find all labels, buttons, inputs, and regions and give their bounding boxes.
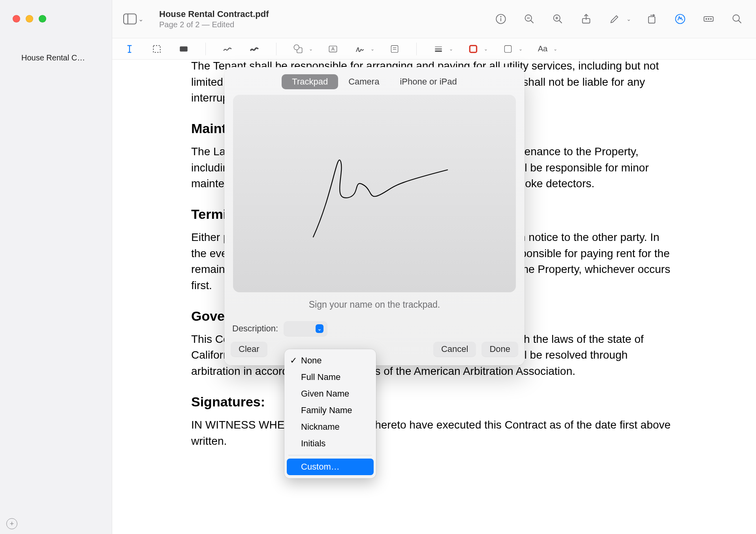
sidebar: House Rental C… + (0, 0, 112, 534)
chevron-down-icon[interactable]: ⌄ (553, 46, 557, 52)
signature-stroke-icon (290, 146, 459, 241)
dropdown-item-label: Initials (301, 438, 325, 448)
chevron-down-icon[interactable]: ⌄ (519, 46, 523, 52)
markup-icon[interactable] (672, 11, 688, 27)
chevron-down-icon[interactable]: ⌄ (484, 46, 488, 52)
chevron-down-icon[interactable]: ⌄ (449, 46, 453, 52)
svg-point-18 (711, 19, 711, 19)
tab-iphone-ipad[interactable]: iPhone or iPad (389, 74, 467, 89)
dropdown-item-given-name[interactable]: Given Name (284, 385, 376, 402)
svg-text:A: A (331, 46, 335, 52)
markup-toolbar: ⌄ A ⌄ ⌄ ⌄ ⌄ Aa ⌄ (112, 38, 756, 60)
dropdown-item-label: Given Name (301, 389, 349, 399)
dropdown-item-nickname[interactable]: Nickname (284, 419, 376, 435)
fill-color-icon[interactable] (501, 43, 515, 55)
add-page-button[interactable]: + (6, 518, 17, 529)
chevron-down-icon[interactable]: ⌄ (626, 16, 631, 22)
tab-camera[interactable]: Camera (338, 74, 389, 89)
dropdown-item-label: None (301, 355, 322, 365)
svg-line-20 (739, 21, 741, 23)
svg-line-9 (559, 21, 562, 23)
svg-rect-21 (153, 45, 160, 52)
share-icon[interactable] (578, 11, 594, 27)
chevron-down-icon[interactable]: ⌄ (309, 46, 313, 52)
close-window-button[interactable] (13, 15, 20, 23)
dropdown-item-family-name[interactable]: Family Name (284, 402, 376, 419)
zoom-in-icon[interactable] (550, 11, 566, 27)
sketch-icon[interactable] (221, 43, 234, 55)
highlight-icon[interactable] (607, 11, 622, 27)
checkmark-icon: ✓ (290, 355, 297, 366)
info-icon[interactable] (493, 11, 509, 27)
fullscreen-window-button[interactable] (39, 15, 46, 23)
rotate-icon[interactable] (644, 11, 660, 27)
dropdown-item-label: Family Name (301, 405, 352, 415)
search-icon[interactable] (729, 11, 745, 27)
line-style-icon[interactable] (432, 43, 445, 55)
text-box-icon[interactable]: A (326, 43, 340, 55)
dropdown-item-custom[interactable]: Custom… (287, 459, 374, 475)
svg-point-17 (708, 19, 709, 19)
description-dropdown-button[interactable]: None ⌄ (284, 321, 327, 336)
cancel-button[interactable]: Cancel (433, 342, 476, 357)
svg-rect-27 (391, 45, 398, 52)
svg-line-6 (531, 21, 534, 23)
svg-point-16 (706, 19, 707, 19)
signature-hint: Sign your name on the trackpad. (231, 299, 518, 310)
svg-point-19 (733, 15, 739, 21)
chevron-down-icon: ⌄ (138, 15, 143, 23)
form-field-icon[interactable] (701, 11, 717, 27)
dropdown-item-label: Full Name (301, 372, 340, 382)
minimize-window-button[interactable] (26, 15, 33, 23)
dropdown-item-full-name[interactable]: Full Name (284, 369, 376, 385)
svg-rect-33 (470, 45, 476, 52)
svg-point-24 (294, 45, 299, 50)
signature-popover: Trackpad Camera iPhone or iPad Sign your… (224, 67, 525, 365)
sidebar-toggle-button[interactable]: ⌄ (123, 13, 143, 24)
svg-rect-34 (504, 45, 511, 52)
signature-canvas[interactable] (233, 95, 516, 292)
svg-rect-22 (180, 46, 188, 51)
border-color-icon[interactable] (466, 43, 480, 55)
redact-icon[interactable] (177, 43, 190, 55)
tab-trackpad[interactable]: Trackpad (282, 74, 338, 89)
rectangular-selection-icon[interactable] (150, 43, 164, 55)
sidebar-thumbnail-item[interactable]: House Rental C… (7, 47, 105, 69)
draw-icon[interactable] (248, 43, 261, 55)
svg-rect-0 (124, 14, 136, 24)
clear-button[interactable]: Clear (231, 342, 267, 357)
dropdown-separator (288, 455, 372, 455)
document-title-block: House Rental Contract.pdf Page 2 of 2 — … (159, 9, 269, 29)
dropdown-item-label: Nickname (301, 422, 340, 432)
font-style-icon[interactable]: Aa (536, 43, 549, 55)
shapes-icon[interactable] (291, 43, 305, 55)
sidebar-item-label: House Rental C… (21, 53, 85, 62)
doc-paragraph: IN WITNESS WHEREOF, the parties hereto h… (191, 417, 677, 449)
dropdown-item-initials[interactable]: Initials (284, 435, 376, 452)
zoom-out-icon[interactable] (521, 11, 537, 27)
note-icon[interactable] (388, 43, 401, 55)
window-traffic-lights (0, 0, 112, 23)
document-title: House Rental Contract.pdf (159, 9, 269, 19)
text-selection-tool-icon[interactable] (123, 43, 137, 55)
svg-rect-13 (649, 17, 655, 23)
signature-source-tabs: Trackpad Camera iPhone or iPad (231, 74, 518, 89)
done-button[interactable]: Done (481, 342, 518, 357)
document-subtitle: Page 2 of 2 — Edited (159, 20, 269, 29)
chevron-down-icon[interactable]: ⌄ (370, 46, 374, 52)
titlebar: ⌄ House Rental Contract.pdf Page 2 of 2 … (112, 0, 756, 38)
sign-icon[interactable] (353, 43, 367, 55)
doc-heading: Signatures: (191, 392, 677, 412)
description-label: Description: (232, 323, 278, 334)
svg-point-4 (500, 16, 501, 17)
dropdown-item-label: Custom… (301, 462, 340, 472)
description-dropdown-menu: ✓ None Full Name Given Name Family Name … (284, 349, 376, 478)
dropdown-item-none[interactable]: ✓ None (284, 352, 376, 369)
